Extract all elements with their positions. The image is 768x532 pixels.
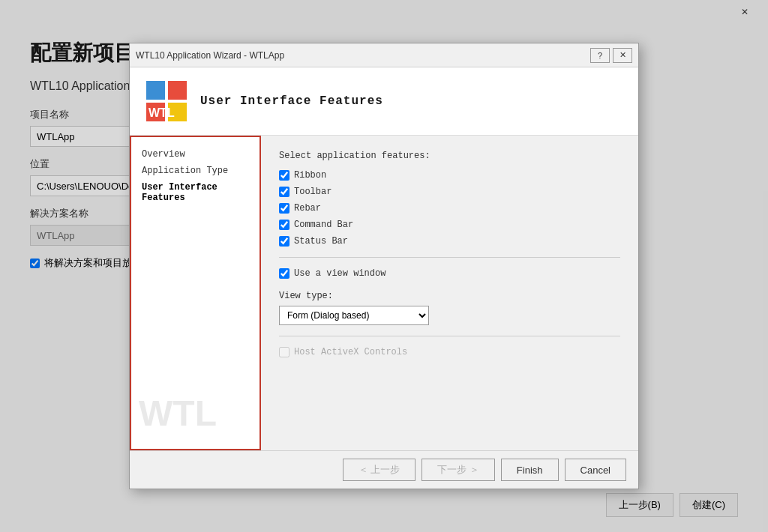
host-activex-label: Host ActiveX Controls: [294, 347, 407, 357]
divider: [279, 257, 620, 258]
modal-header: WTL User Interface Features: [130, 67, 638, 136]
ribbon-label: Ribbon: [294, 170, 326, 181]
modal-title-controls: ? ✕: [590, 48, 632, 63]
toolbar-label: Toolbar: [294, 187, 332, 197]
nav-item-application-type[interactable]: Application Type: [140, 163, 250, 179]
finish-button[interactable]: Finish: [501, 459, 559, 481]
rebar-checkbox-row: Rebar: [279, 203, 620, 214]
back-button[interactable]: ＜ 上一步: [343, 459, 416, 481]
commandbar-checkbox-row: Command Bar: [279, 220, 620, 230]
statusbar-label: Status Bar: [294, 236, 348, 247]
use-view-window-label: Use a view window: [294, 268, 386, 279]
commandbar-label: Command Bar: [294, 220, 353, 230]
host-activex-row: Host ActiveX Controls: [279, 347, 620, 357]
host-activex-checkbox: [279, 347, 290, 357]
view-type-section: View type: Form (Dialog based) Generic (…: [279, 291, 620, 325]
modal-header-title: User Interface Features: [200, 94, 383, 108]
toolbar-checkbox-row: Toolbar: [279, 187, 620, 197]
modal-title: WTL10 Application Wizard - WTLApp: [136, 50, 590, 61]
modal-nav: Overview Application Type User Interface…: [130, 136, 261, 450]
modal-dialog: WTL10 Application Wizard - WTLApp ? ✕ WT…: [129, 43, 639, 489]
rebar-checkbox[interactable]: [279, 203, 290, 214]
modal-overlay: WTL10 Application Wizard - WTLApp ? ✕ WT…: [0, 0, 768, 532]
ribbon-checkbox-row: Ribbon: [279, 170, 620, 181]
rebar-label: Rebar: [294, 203, 321, 214]
svg-text:WTL: WTL: [148, 106, 175, 119]
modal-body: Overview Application Type User Interface…: [130, 136, 638, 450]
nav-watermark: WTL: [139, 394, 217, 434]
cancel-button[interactable]: Cancel: [565, 459, 626, 481]
next-button[interactable]: 下一步 ＞: [422, 459, 495, 481]
divider2: [279, 336, 620, 336]
view-type-label: View type:: [279, 291, 620, 301]
wtl-logo: WTL: [145, 79, 188, 123]
modal-content-area: Select application features: Ribbon Tool…: [261, 136, 638, 450]
statusbar-checkbox[interactable]: [279, 236, 290, 247]
toolbar-checkbox[interactable]: [279, 187, 290, 197]
nav-item-ui-features[interactable]: User Interface Features: [140, 179, 250, 206]
use-view-window-row: Use a view window: [279, 268, 620, 279]
svg-rect-0: [146, 81, 165, 100]
modal-close-button[interactable]: ✕: [613, 48, 632, 63]
commandbar-checkbox[interactable]: [279, 220, 290, 230]
ribbon-checkbox[interactable]: [279, 170, 290, 181]
modal-help-button[interactable]: ?: [590, 48, 610, 63]
modal-footer: ＜ 上一步 下一步 ＞ Finish Cancel: [130, 450, 638, 489]
statusbar-checkbox-row: Status Bar: [279, 236, 620, 247]
nav-item-overview[interactable]: Overview: [140, 146, 250, 163]
section-title: Select application features:: [279, 151, 620, 161]
modal-titlebar: WTL10 Application Wizard - WTLApp ? ✕: [130, 43, 638, 67]
view-type-select[interactable]: Form (Dialog based) Generic (scroll) Lis…: [279, 306, 429, 325]
use-view-window-checkbox[interactable]: [279, 268, 290, 279]
svg-rect-1: [168, 81, 187, 100]
